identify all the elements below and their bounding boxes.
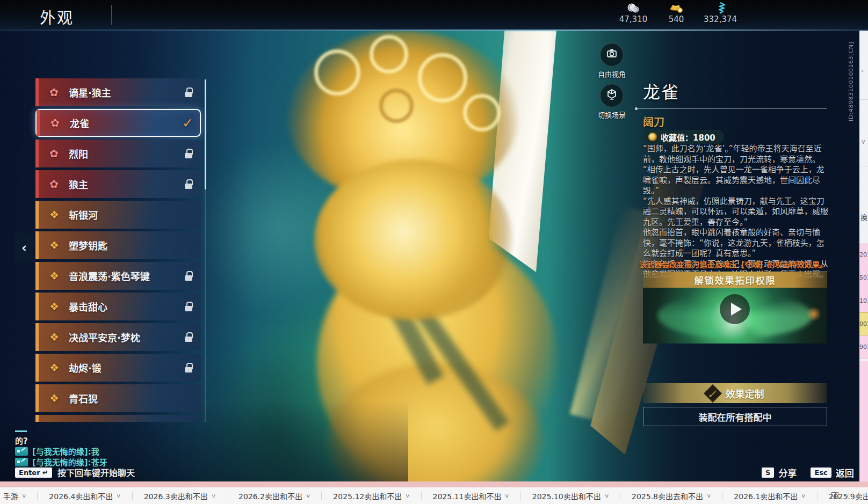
sheet-tab-label: 2025.11卖出和不出 xyxy=(433,491,502,501)
sheet-tab[interactable]: 2025.12卖出和不出∨ xyxy=(322,487,421,504)
gold-petal-icon: ❖ xyxy=(49,269,59,282)
red-flower-icon: ✿ xyxy=(49,178,59,191)
header-underline xyxy=(0,30,868,31)
skin-list-item[interactable]: ❖劫烬·锻 xyxy=(35,354,201,382)
cube-icon xyxy=(605,88,618,103)
collection-value-badge: 收藏值：1800 xyxy=(643,130,724,144)
skin-list-item[interactable]: ❖青石猊 xyxy=(35,384,201,412)
tab-bar-divider xyxy=(852,492,853,500)
free-camera-label: 自由视角 xyxy=(598,69,626,79)
sheet-tab[interactable]: 2026.3卖出和不出∨ xyxy=(133,487,227,504)
sheet-tab[interactable]: 2026.4卖出和不出∨ xyxy=(38,487,132,504)
mane-swirl xyxy=(463,94,501,132)
gold-petal-icon: ❖ xyxy=(49,392,59,405)
effect-customize-button[interactable]: 效果定制 xyxy=(643,383,827,403)
weapon-name: 龙雀 xyxy=(643,78,679,103)
lore-paragraph: “先人感其神威，仿照此景铸刀，献与先王。这宝刀融二灵精魄，可以怀远，可以柔遁，如… xyxy=(643,196,830,228)
sheet-tab-label: 2025.8卖出去和不出 xyxy=(632,491,703,501)
skin-list-item[interactable]: ✿烈阳 xyxy=(35,140,201,167)
chevron-down-icon: ∨ xyxy=(211,493,216,499)
skin-list-item[interactable]: ❖斩银河 xyxy=(35,201,201,229)
page-title: 外观 xyxy=(40,5,74,28)
lock-icon xyxy=(185,332,192,342)
edge-divider xyxy=(859,166,868,166)
background-window-edge[interactable]: › ∨ 换 201501101001901 xyxy=(859,31,868,481)
gold-petal-icon: ❖ xyxy=(49,331,59,344)
red-flower-icon: ✿ xyxy=(49,147,59,160)
panel-divider xyxy=(638,108,827,109)
mane-swirl xyxy=(370,35,408,74)
switch-scene-button[interactable]: 切换场景 xyxy=(590,84,633,120)
currency-item[interactable]: 332,374 xyxy=(704,2,737,24)
skin-list-item[interactable]: ❖音浪震荡·紫色琴键 xyxy=(35,262,201,290)
jade-icon xyxy=(714,2,726,14)
skin-item-label: 狼主 xyxy=(69,177,88,191)
skin-list-item-partial[interactable] xyxy=(35,415,201,422)
equip-all-loadouts-button[interactable]: 装配在所有搭配中 xyxy=(643,407,827,426)
currency-value: 332,374 xyxy=(704,14,737,24)
skin-item-label: 暴击甜心 xyxy=(69,300,107,313)
lock-icon xyxy=(185,87,192,97)
skin-item-label: 烈阳 xyxy=(69,147,88,160)
chat-message-text: 的? xyxy=(15,435,28,446)
chevron-down-icon: ∨ xyxy=(861,138,866,145)
lore-paragraph: “国师，此刀名为‘龙雀’。”年轻的帝王将天海召至近前，教他细观手中的宝刀，刀光流… xyxy=(643,144,830,196)
footer-key-hints: S 分享 Esc 返回 xyxy=(762,466,854,479)
taskbar-pink-strip xyxy=(0,481,868,487)
skin-item-label: 青石猊 xyxy=(69,391,98,405)
play-button[interactable] xyxy=(720,294,750,324)
appearance-screen: 外观 47,310540332,374 ✿谪星·狼主✿龙雀✓✿烈阳✿狼主❖斩银河… xyxy=(0,0,868,504)
sheet-tab-label: 2026.1卖出和不出 xyxy=(734,491,798,501)
chevron-left-icon: ‹ xyxy=(21,240,27,255)
chat-divider xyxy=(15,430,27,432)
collection-label: 收藏值： xyxy=(661,133,693,143)
chevron-down-icon: ∨ xyxy=(21,493,27,499)
skin-list-scrollbar-thumb[interactable] xyxy=(205,79,206,189)
gold-petal-icon: ❖ xyxy=(49,208,59,221)
skin-item-label: 龙雀 xyxy=(70,116,89,130)
sheet-tab-label: 2026.2卖出和不出 xyxy=(238,491,302,501)
back-button[interactable]: Esc 返回 xyxy=(811,466,853,479)
chevron-down-icon: ∨ xyxy=(504,493,510,499)
currency-value: 540 xyxy=(669,14,684,24)
sheet-tab[interactable]: 2026.2卖出和不出∨ xyxy=(227,487,321,504)
edge-row-number: 901 xyxy=(859,335,868,359)
currency-value: 47,310 xyxy=(619,14,648,24)
sheet-grid-icon[interactable] xyxy=(831,492,838,499)
sheet-tab-label: 2025.12卖出和不出 xyxy=(333,491,402,501)
unlock-banner: 解锁效果拓印权限 xyxy=(643,272,827,288)
chat-message-text: [与我无悔的缘]:我 xyxy=(32,445,99,457)
chat-enter-hint[interactable]: Enter ↵ 按下回车键开始聊天 xyxy=(15,466,135,479)
mane-swirl xyxy=(379,89,414,123)
skin-item-label: 劫烬·锻 xyxy=(69,361,102,375)
skin-list-item[interactable]: ✿龙雀✓ xyxy=(35,109,201,137)
collapse-sidebar-button[interactable]: ‹ xyxy=(15,231,33,264)
lock-icon xyxy=(185,179,192,189)
sheet-tab[interactable]: 2025.8卖出去和不出∨ xyxy=(620,487,722,504)
currency-item[interactable]: 540 xyxy=(661,2,692,24)
sheet-tab[interactable]: 2026.1卖出和不出∨ xyxy=(722,487,816,504)
skin-list-item[interactable]: ❖塑梦钥匙 xyxy=(35,231,201,259)
sheet-tab[interactable]: 手游∨ xyxy=(0,487,37,504)
currency-item[interactable]: 47,310 xyxy=(618,2,649,24)
sheet-tab[interactable]: 2025.11卖出和不出∨ xyxy=(422,487,520,504)
chevron-down-icon[interactable]: ∨ xyxy=(844,493,850,499)
skin-list-item[interactable]: ✿谪星·狼主 xyxy=(35,78,201,106)
sheet-tab[interactable]: 2025.10卖出和不出∨ xyxy=(521,487,620,504)
sword-icon xyxy=(704,384,722,403)
free-camera-button[interactable]: 自由视角 xyxy=(590,43,633,79)
currency-row: 47,310540332,374 xyxy=(618,2,737,24)
chevron-down-icon: ∨ xyxy=(405,493,410,499)
red-flower-icon: ✿ xyxy=(49,86,59,99)
chevron-down-icon: ∨ xyxy=(604,493,610,499)
player-id: ID:48983100100163[CN] xyxy=(848,41,857,121)
share-button[interactable]: S 分享 xyxy=(762,466,797,479)
skin-list-item[interactable]: ❖决战平安京·梦枕 xyxy=(35,323,201,351)
sheet-tab-label: 2025.10卖出和不出 xyxy=(532,491,601,501)
skin-list-item[interactable]: ✿狼主 xyxy=(35,170,201,198)
skin-item-label: 决战平安京·梦枕 xyxy=(69,330,140,344)
skin-item-label: 斩银河 xyxy=(69,208,98,222)
edge-fill xyxy=(859,361,868,481)
skin-list-item[interactable]: ❖暴击甜心 xyxy=(35,293,201,320)
effect-customize-label: 效果定制 xyxy=(726,386,764,400)
